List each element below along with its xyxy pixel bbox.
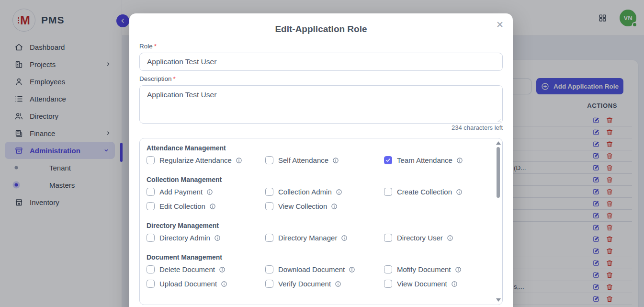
checkbox-unchecked[interactable] [265,280,273,288]
permission-checkbox-self-attendance[interactable]: Self Attendance [265,156,384,164]
info-icon[interactable] [332,157,339,164]
info-icon[interactable] [209,203,216,210]
permission-checkbox-download-document[interactable]: Download Document [265,265,384,273]
permission-checkbox-create-collection[interactable]: Create Collection [384,188,495,196]
permission-checkbox-directory-admin[interactable]: Directory Admin [147,234,265,242]
role-label: Role* [139,43,157,50]
permission-section-title: Attendance Management [147,144,495,152]
permission-section: Document ManagementDelete DocumentDownlo… [147,253,495,288]
permission-label: Collection Admin [278,188,332,196]
permission-label: Edit Collection [159,202,205,210]
checkbox-unchecked[interactable] [147,156,155,164]
info-icon[interactable] [335,281,341,287]
permission-label: Create Collection [397,188,452,196]
info-icon[interactable] [456,157,463,164]
scroll-down-arrow-icon[interactable] [496,298,501,302]
info-icon[interactable] [336,189,342,195]
permission-label: View Collection [278,202,327,210]
info-icon[interactable] [219,266,226,273]
permission-label: Team Attendance [397,156,452,164]
permissions-scrollbar[interactable] [495,139,501,304]
checkbox-unchecked[interactable] [147,234,155,242]
checkbox-unchecked[interactable] [265,188,273,196]
checkbox-unchecked[interactable] [265,156,273,164]
permission-section: Collection ManagementAdd PaymentCollecti… [147,176,495,210]
required-asterisk: * [154,43,157,50]
info-icon[interactable] [349,266,355,273]
permissions-panel: Attendance ManagementRegularize Attendan… [139,138,503,305]
description-textarea[interactable]: Application Test User [139,85,503,124]
permission-checkbox-regularize-attendance[interactable]: Regularize Attendance [147,156,265,164]
info-icon[interactable] [236,157,242,164]
info-icon[interactable] [331,203,338,210]
permission-section-title: Collection Management [147,176,495,183]
checkbox-unchecked[interactable] [384,280,392,288]
checkbox-unchecked[interactable] [384,265,392,273]
required-asterisk: * [173,75,176,82]
info-icon[interactable] [341,235,348,241]
permission-label: Mofify Document [397,265,451,273]
permission-checkbox-edit-collection[interactable]: Edit Collection [147,202,265,210]
edit-application-role-dialog: Edit-Application Role ✕ Role* Descriptio… [129,13,513,307]
permissions-sections: Attendance ManagementRegularize Attendan… [140,138,495,305]
permission-label: Verify Document [278,280,331,288]
permission-checkbox-directory-user[interactable]: Directory User [384,234,495,242]
permission-label: Directory User [397,234,443,242]
checkbox-checked[interactable] [384,156,392,164]
permission-label: Download Document [278,265,345,273]
info-icon[interactable] [456,189,463,195]
close-button[interactable]: ✕ [493,17,507,32]
description-label: Description* [139,75,176,82]
scroll-up-arrow-icon[interactable] [496,141,501,145]
permission-label: Upload Document [159,280,217,288]
permission-section-title: Document Management [147,253,495,261]
permission-label: Delete Document [159,265,215,273]
permission-checkbox-delete-document[interactable]: Delete Document [147,265,265,273]
checkbox-unchecked[interactable] [147,202,155,210]
permission-checkbox-view-collection[interactable]: View Collection [265,202,384,210]
checkbox-unchecked[interactable] [147,188,155,196]
permission-checkbox-verify-document[interactable]: Verify Document [265,280,384,288]
permission-checkbox-mofify-document[interactable]: Mofify Document [384,265,495,273]
checkbox-unchecked[interactable] [147,265,155,273]
permission-label: Directory Manager [278,234,337,242]
permission-label: Add Payment [159,188,203,196]
role-input[interactable] [139,53,503,71]
checkbox-unchecked[interactable] [265,265,273,273]
permission-checkbox-team-attendance[interactable]: Team Attendance [384,156,495,164]
scrollbar-thumb[interactable] [497,147,500,198]
checkbox-unchecked[interactable] [384,234,392,242]
checkbox-unchecked[interactable] [147,280,155,288]
permission-checkbox-view-document[interactable]: View Document [384,280,495,288]
permission-checkbox-upload-document[interactable]: Upload Document [147,280,265,288]
permission-checkbox-directory-manager[interactable]: Directory Manager [265,234,384,242]
info-icon[interactable] [214,235,221,241]
info-icon[interactable] [206,189,213,195]
permission-checkbox-collection-admin[interactable]: Collection Admin [265,188,384,196]
permission-label: Regularize Attendance [159,156,232,164]
checkbox-unchecked[interactable] [384,188,392,196]
permission-section-title: Directory Management [147,222,495,229]
dialog-title: Edit-Application Role [129,24,513,34]
info-icon[interactable] [455,266,462,273]
permission-label: View Document [397,280,447,288]
permission-section: Attendance ManagementRegularize Attendan… [147,144,495,164]
permission-label: Self Attendance [278,156,328,164]
characters-left-counter: 234 characters left [452,124,503,131]
permission-section: Directory ManagementDirectory AdminDirec… [147,222,495,242]
checkbox-unchecked[interactable] [265,234,273,242]
info-icon[interactable] [221,281,227,287]
info-icon[interactable] [447,235,453,241]
permission-checkbox-add-payment[interactable]: Add Payment [147,188,265,196]
permission-label: Directory Admin [159,234,210,242]
info-icon[interactable] [451,281,458,287]
checkbox-unchecked[interactable] [265,202,273,210]
